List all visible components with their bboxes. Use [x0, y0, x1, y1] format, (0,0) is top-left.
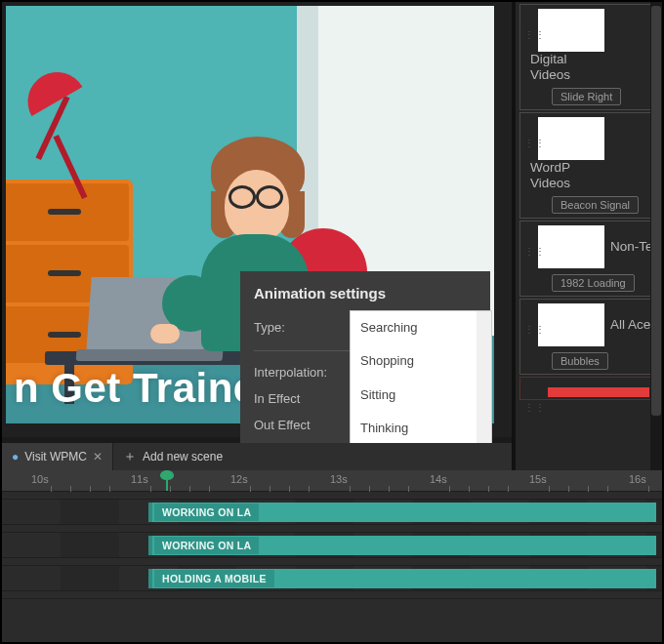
clip-label: WORKING ON LA: [154, 537, 259, 554]
clip-label: HOLDING A MOBILE: [154, 570, 274, 587]
close-icon[interactable]: ✕: [93, 450, 103, 463]
interpolation-label: Interpolation:: [254, 365, 352, 380]
timeline-clip[interactable]: WORKING ON LA: [148, 536, 656, 555]
layer-item[interactable]: ⋮⋮Non-Te1982 Loading: [519, 221, 658, 297]
drag-handle-icon[interactable]: ⋮⋮: [524, 141, 546, 145]
dropdown-option[interactable]: Sitting: [351, 379, 491, 412]
ruler-tick: 15s: [529, 473, 547, 485]
layer-effect-tag[interactable]: Slide Right: [552, 88, 621, 105]
scene-tabs: ● Visit WPMC ✕ ＋ Add new scene: [2, 443, 512, 470]
ruler-tick: 10s: [31, 473, 49, 485]
timeline-track[interactable]: HOLDING A MOBILE: [2, 566, 662, 591]
layer-item[interactable]: ⋮⋮: [519, 377, 658, 400]
layer-item[interactable]: ⋮⋮All AceBubbles: [519, 299, 658, 375]
layer-label: Digital Videos: [530, 52, 583, 82]
timeline-ruler[interactable]: 10s11s12s13s14s15s16s: [2, 470, 662, 492]
drag-handle-icon[interactable]: ⋮⋮: [524, 249, 546, 254]
ruler-tick: 12s: [230, 473, 248, 485]
timeline: 10s11s12s13s14s15s16s WORKING ON LAWORKI…: [2, 470, 662, 642]
app-viewport: n Get Traine Animation settings Type: Wo…: [0, 0, 664, 644]
in-effect-label: In Effect: [254, 391, 352, 406]
timeline-track[interactable]: WORKING ON LA: [2, 500, 662, 525]
layer-effect-tag[interactable]: 1982 Loading: [552, 274, 635, 292]
layer-label: WordP Videos: [530, 160, 583, 190]
layer-thumbnail: [538, 117, 604, 160]
drag-handle-icon[interactable]: ⋮⋮: [524, 32, 546, 37]
ruler-tick: 11s: [131, 473, 148, 485]
layer-label: All Ace: [610, 317, 650, 333]
dropdown-option[interactable]: Searching: [351, 311, 491, 344]
overlay-caption: n Get Traine: [14, 365, 257, 412]
drag-handle-icon[interactable]: ⋮⋮: [524, 327, 546, 332]
scene-tab-label: Visit WPMC: [24, 450, 87, 463]
timeline-track[interactable]: WORKING ON LA: [2, 533, 662, 558]
scene-tab[interactable]: ● Visit WPMC ✕: [2, 443, 113, 470]
plus-icon: ＋: [123, 448, 137, 465]
layers-scroll-thumb[interactable]: [651, 6, 661, 416]
dropdown-option[interactable]: Shopping: [351, 344, 491, 378]
ruler-tick: 14s: [430, 473, 447, 485]
ruler-tick: 13s: [330, 473, 348, 485]
layer-effect-tag[interactable]: Bubbles: [552, 352, 608, 370]
drag-handle-icon[interactable]: ⋮⋮: [524, 405, 546, 410]
out-effect-label: Out Effect: [254, 418, 352, 432]
ruler-tick: 16s: [629, 473, 646, 485]
layer-thumbnail: [538, 9, 604, 52]
layer-label: Non-Te: [610, 239, 653, 255]
add-scene-label: Add new scene: [143, 450, 223, 463]
add-scene-button[interactable]: ＋ Add new scene: [113, 443, 232, 470]
dropdown-option[interactable]: Thinking: [351, 412, 491, 445]
panel-title: Animation settings: [254, 285, 477, 302]
timeline-clip[interactable]: WORKING ON LA: [148, 503, 656, 522]
layer-thumbnail: [538, 225, 604, 268]
type-label: Type:: [254, 320, 352, 335]
clip-label: WORKING ON LA: [154, 503, 259, 521]
layer-item[interactable]: ⋮⋮Digital VideosSlide Right: [519, 4, 658, 110]
layer-item[interactable]: ⋮⋮WordP VideosBeacon Signal: [519, 112, 658, 219]
layer-thumbnail: [538, 303, 604, 346]
layer-effect-tag[interactable]: Beacon Signal: [552, 196, 639, 214]
timeline-clip[interactable]: HOLDING A MOBILE: [148, 569, 656, 588]
layer-warn-bar: [548, 387, 649, 397]
